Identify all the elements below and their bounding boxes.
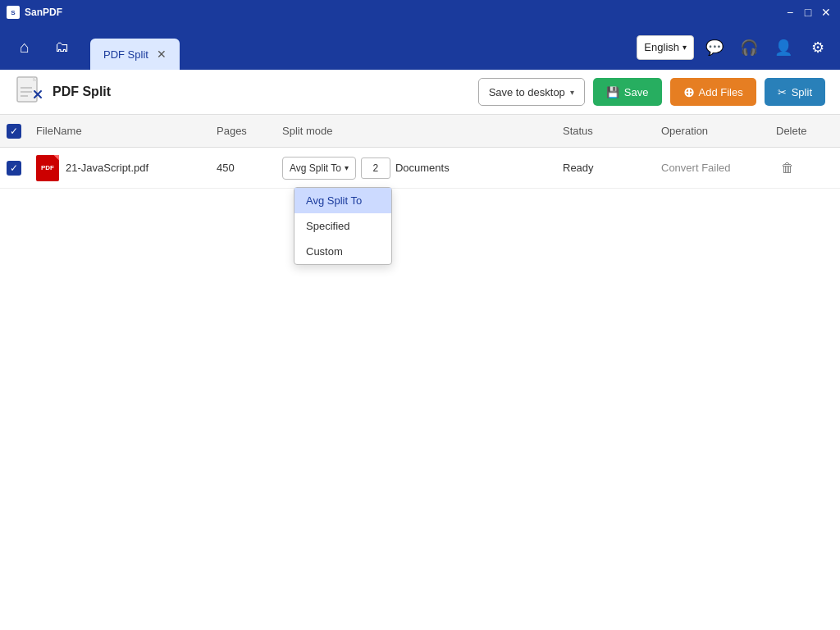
- home-icon: ⌂: [20, 38, 30, 57]
- open-folder-button[interactable]: 🗂: [46, 31, 79, 64]
- settings-button[interactable]: ⚙: [804, 34, 832, 62]
- split-mode-label: Avg Split To: [290, 162, 341, 174]
- dropdown-item-custom[interactable]: Custom: [294, 239, 391, 264]
- folder-icon: 🗂: [55, 39, 70, 56]
- headphones-icon: 🎧: [740, 39, 758, 57]
- split-label: Split: [792, 86, 812, 98]
- pdf-split-icon: [15, 75, 44, 108]
- language-label: English: [644, 41, 679, 53]
- file-name: 21-JavaScript.pdf: [66, 162, 148, 174]
- tab-close-button[interactable]: ✕: [157, 48, 167, 60]
- table-area: ✓ FileName Pages Split mode Status Opera…: [0, 115, 840, 630]
- chat-button[interactable]: 💬: [701, 34, 728, 62]
- header-splitmode: Split mode: [282, 125, 563, 137]
- add-files-button[interactable]: ⊕ Add Files: [670, 78, 756, 106]
- status-cell: Ready: [563, 162, 661, 174]
- profile-button[interactable]: 👤: [769, 34, 797, 62]
- dropdown-item-specified[interactable]: Specified: [294, 213, 391, 239]
- language-dropdown-arrow: ▾: [682, 43, 687, 52]
- row-checkbox-cell: ✓: [7, 161, 36, 176]
- table-row: ✓ PDF 21-JavaScript.pdf 450 Avg Split To…: [0, 148, 840, 189]
- title-bar: S SanPDF − □ ✕: [0, 0, 840, 25]
- select-all-checkbox[interactable]: ✓: [7, 124, 21, 139]
- language-selector[interactable]: English ▾: [637, 35, 694, 60]
- save-button[interactable]: 💾 Save: [593, 78, 662, 106]
- file-cell: PDF 21-JavaScript.pdf: [36, 155, 217, 181]
- chat-icon: 💬: [705, 39, 724, 57]
- nav-bar: ⌂ 🗂 PDF Split ✕ English ▾ 💬 🎧 👤 ⚙: [0, 25, 840, 70]
- add-files-icon: ⊕: [683, 84, 694, 100]
- dropdown-item-avg-split[interactable]: Avg Split To: [294, 188, 391, 213]
- header-pages: Pages: [217, 125, 282, 137]
- split-unit: Documents: [395, 162, 450, 174]
- table-header: ✓ FileName Pages Split mode Status Opera…: [0, 115, 840, 148]
- save-icon: 💾: [606, 86, 619, 98]
- minimize-button[interactable]: −: [783, 5, 797, 20]
- delete-cell: 🗑: [776, 157, 833, 180]
- operation-cell: Convert Failed: [661, 162, 776, 174]
- split-mode-arrow: ▾: [345, 163, 349, 172]
- add-files-label: Add Files: [699, 86, 743, 98]
- header-operation: Operation: [661, 125, 776, 137]
- header-checkbox: ✓: [7, 124, 36, 139]
- home-button[interactable]: ⌂: [8, 31, 41, 64]
- split-mode-cell: Avg Split To ▾ Documents: [282, 157, 563, 180]
- close-button[interactable]: ✕: [819, 5, 833, 20]
- delete-button[interactable]: 🗑: [776, 157, 799, 180]
- pdf-split-tab[interactable]: PDF Split ✕: [90, 39, 180, 70]
- headphones-button[interactable]: 🎧: [735, 34, 763, 62]
- app-name: SanPDF: [25, 7, 62, 18]
- nav-right: English ▾ 💬 🎧 👤 ⚙: [637, 34, 832, 62]
- save-to-desktop-button[interactable]: Save to desktop ▾: [478, 78, 585, 106]
- title-bar-left: S SanPDF: [7, 6, 62, 19]
- split-mode-dropdown[interactable]: Avg Split To ▾: [282, 157, 356, 180]
- header-filename: FileName: [36, 125, 217, 137]
- tab-area: PDF Split ✕: [84, 25, 632, 70]
- save-label: Save: [624, 86, 649, 98]
- split-icon: ✂: [778, 86, 787, 98]
- pdf-icon-svg: [16, 76, 43, 107]
- toolbar-title-text: PDF Split: [52, 84, 111, 99]
- split-value-input[interactable]: [361, 158, 390, 179]
- main-content: PDF Split Save to desktop ▾ 💾 Save ⊕ Add…: [0, 70, 840, 630]
- window-controls: − □ ✕: [783, 5, 833, 20]
- save-desktop-arrow: ▾: [570, 88, 574, 97]
- maximize-button[interactable]: □: [801, 5, 815, 20]
- split-mode-dropdown-menu: Avg Split To Specified Custom: [294, 187, 392, 265]
- header-delete: Delete: [776, 125, 833, 137]
- settings-icon: ⚙: [811, 39, 824, 57]
- split-button[interactable]: ✂ Split: [765, 78, 825, 106]
- pdf-file-icon: PDF: [36, 155, 59, 181]
- header-status: Status: [563, 125, 661, 137]
- row-checkbox[interactable]: ✓: [7, 161, 21, 176]
- save-desktop-label: Save to desktop: [489, 86, 565, 98]
- pages-cell: 450: [217, 162, 282, 174]
- tab-label: PDF Split: [103, 48, 148, 61]
- toolbar-title-area: PDF Split: [15, 75, 470, 108]
- profile-icon: 👤: [774, 39, 792, 57]
- app-logo: S: [7, 6, 20, 19]
- toolbar: PDF Split Save to desktop ▾ 💾 Save ⊕ Add…: [0, 70, 840, 115]
